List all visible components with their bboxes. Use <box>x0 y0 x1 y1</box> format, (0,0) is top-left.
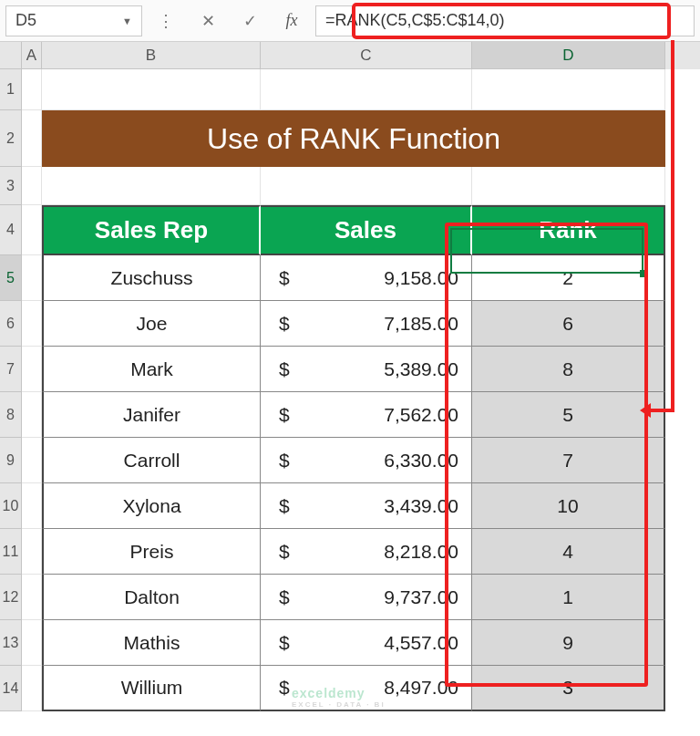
cell[interactable] <box>22 167 42 205</box>
rank-cell[interactable]: 8 <box>472 347 665 392</box>
row-header[interactable]: 4 <box>0 205 22 255</box>
cell[interactable] <box>22 255 42 301</box>
rank-cell[interactable]: 3 <box>472 666 665 711</box>
currency-symbol: $ <box>273 450 290 472</box>
currency-symbol: $ <box>273 586 290 608</box>
row-header[interactable]: 5 <box>0 255 22 301</box>
rep-cell[interactable]: Preis <box>42 529 261 575</box>
row-header[interactable]: 8 <box>0 392 22 438</box>
rep-cell[interactable]: Carroll <box>42 438 261 483</box>
row-header[interactable]: 1 <box>0 69 22 110</box>
table-header-rank[interactable]: Rank <box>472 205 665 255</box>
cell[interactable] <box>472 167 665 205</box>
currency-symbol: $ <box>273 267 290 289</box>
rep-cell[interactable]: Dalton <box>42 575 261 620</box>
sales-cell[interactable]: $6,330.00 <box>261 438 472 483</box>
sales-cell[interactable]: $5,389.00 <box>261 347 472 392</box>
cell[interactable] <box>22 529 42 575</box>
chevron-down-icon[interactable]: ▼ <box>122 16 132 26</box>
rep-cell[interactable]: Mark <box>42 347 261 392</box>
row-header[interactable]: 13 <box>0 620 22 666</box>
rank-cell[interactable]: 9 <box>472 620 665 666</box>
col-header-a[interactable]: A <box>22 42 42 69</box>
currency-symbol: $ <box>273 632 290 654</box>
confirm-icon[interactable]: ✓ <box>232 5 268 36</box>
cell[interactable] <box>22 483 42 529</box>
cell[interactable] <box>22 110 42 167</box>
row-header[interactable]: 14 <box>0 666 22 711</box>
worksheet-grid[interactable]: A B C D 1 2 3 4 5 6 7 8 9 10 11 12 13 14 <box>0 42 700 711</box>
cell[interactable] <box>22 205 42 255</box>
cell[interactable] <box>22 575 42 620</box>
sales-cell[interactable]: $4,557.00 <box>261 620 472 666</box>
formula-text: =RANK(C5,C$5:C$14,0) <box>325 11 505 30</box>
cell[interactable] <box>22 666 42 711</box>
rep-cell[interactable]: Willium <box>42 666 261 711</box>
cell[interactable] <box>22 438 42 483</box>
currency-symbol: $ <box>273 358 290 380</box>
rep-cell[interactable]: Xylona <box>42 483 261 529</box>
row-header[interactable]: 6 <box>0 301 22 347</box>
row-header[interactable]: 2 <box>0 110 22 167</box>
rank-cell[interactable]: 4 <box>472 529 665 575</box>
cell[interactable] <box>22 301 42 347</box>
currency-symbol: $ <box>273 404 290 426</box>
sales-cell[interactable]: $9,737.00 <box>261 575 472 620</box>
cancel-icon[interactable]: ✕ <box>190 5 226 36</box>
currency-symbol: $ <box>273 541 290 563</box>
rep-cell[interactable]: Janifer <box>42 392 261 438</box>
cell[interactable] <box>472 69 665 110</box>
dots-icon: ⋮ <box>148 5 184 36</box>
sales-cell[interactable]: $7,562.00 <box>261 392 472 438</box>
rep-cell[interactable]: Zuschuss <box>42 255 261 301</box>
sales-value: 4,557.00 <box>384 632 458 654</box>
col-header-d[interactable]: D <box>472 42 665 69</box>
name-box[interactable]: D5 ▼ <box>5 5 142 36</box>
rank-cell[interactable]: 10 <box>472 483 665 529</box>
row-header[interactable]: 11 <box>0 529 22 575</box>
currency-symbol: $ <box>273 495 290 517</box>
select-all-corner[interactable] <box>0 42 22 69</box>
sales-value: 8,497.00 <box>384 677 458 699</box>
col-header-b[interactable]: B <box>42 42 261 69</box>
cells-area[interactable]: Use of RANK Function Sales Rep Sales Ran… <box>22 69 665 711</box>
sales-cell[interactable]: $8,497.00 <box>261 666 472 711</box>
table-header-sales[interactable]: Sales <box>261 205 472 255</box>
row-header[interactable]: 7 <box>0 347 22 392</box>
rank-cell[interactable]: 1 <box>472 575 665 620</box>
row-header[interactable]: 12 <box>0 575 22 620</box>
cell[interactable] <box>22 620 42 666</box>
rank-cell[interactable]: 6 <box>472 301 665 347</box>
row-header[interactable]: 3 <box>0 167 22 205</box>
title-cell[interactable]: Use of RANK Function <box>42 110 665 167</box>
sales-value: 9,158.00 <box>384 267 458 289</box>
sales-value: 9,737.00 <box>384 586 458 608</box>
table-header-rep[interactable]: Sales Rep <box>42 205 261 255</box>
row-header-col: 1 2 3 4 5 6 7 8 9 10 11 12 13 14 <box>0 69 22 711</box>
sales-cell[interactable]: $3,439.00 <box>261 483 472 529</box>
rank-cell[interactable]: 7 <box>472 438 665 483</box>
cell[interactable] <box>22 347 42 392</box>
sales-cell[interactable]: $9,158.00 <box>261 255 472 301</box>
cell[interactable] <box>42 69 261 110</box>
sales-cell[interactable]: $8,218.00 <box>261 529 472 575</box>
row-header[interactable]: 9 <box>0 438 22 483</box>
formula-input[interactable]: =RANK(C5,C$5:C$14,0) <box>315 5 695 36</box>
col-header-c[interactable]: C <box>261 42 472 69</box>
cell[interactable] <box>42 167 261 205</box>
rep-cell[interactable]: Mathis <box>42 620 261 666</box>
cell[interactable] <box>261 69 472 110</box>
sales-value: 7,562.00 <box>384 404 458 426</box>
sales-cell[interactable]: $7,185.00 <box>261 301 472 347</box>
cell[interactable] <box>261 167 472 205</box>
sales-value: 7,185.00 <box>384 313 458 335</box>
rep-cell[interactable]: Joe <box>42 301 261 347</box>
currency-symbol: $ <box>273 677 290 699</box>
cell[interactable] <box>22 69 42 110</box>
fx-icon[interactable]: fx <box>273 5 310 36</box>
cell[interactable] <box>22 392 42 438</box>
rank-cell[interactable]: 5 <box>472 392 665 438</box>
row-header[interactable]: 10 <box>0 483 22 529</box>
rank-cell[interactable]: 2 <box>472 255 665 301</box>
currency-symbol: $ <box>273 313 290 335</box>
